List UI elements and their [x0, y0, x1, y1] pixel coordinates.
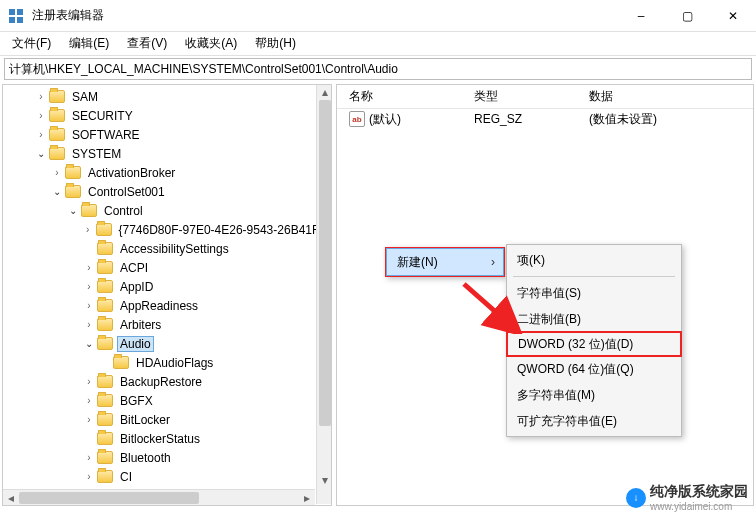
tree-node[interactable]: AppID [3, 277, 331, 296]
folder-icon [97, 451, 113, 464]
chevron-right-icon[interactable] [83, 395, 95, 406]
tree-node-label: {7746D80F-97E0-4E26-9543-26B41FC [116, 222, 331, 238]
column-data[interactable]: 数据 [577, 85, 753, 108]
list-row[interactable]: ab(默认)REG_SZ(数值未设置) [337, 109, 753, 129]
menu-bar: 文件(F) 编辑(E) 查看(V) 收藏夹(A) 帮助(H) [0, 32, 756, 56]
folder-icon [97, 413, 113, 426]
scroll-thumb[interactable] [319, 100, 331, 426]
tree-node-label: ACPI [117, 260, 151, 276]
menu-file[interactable]: 文件(F) [8, 33, 55, 54]
tree-node-label: BitlockerStatus [117, 431, 203, 447]
chevron-down-icon[interactable] [35, 148, 47, 159]
minimize-button[interactable]: – [618, 0, 664, 32]
close-button[interactable]: ✕ [710, 0, 756, 32]
tree-node[interactable]: ACPI [3, 258, 331, 277]
chevron-right-icon[interactable] [35, 129, 47, 140]
tree-node[interactable]: Audio [3, 334, 331, 353]
scroll-up-icon[interactable]: ▴ [317, 84, 332, 100]
chevron-right-icon[interactable] [83, 281, 95, 292]
tree-node[interactable]: ControlSet001 [3, 182, 331, 201]
tree-node[interactable]: SYSTEM [3, 144, 331, 163]
address-bar[interactable]: 计算机\HKEY_LOCAL_MACHINE\SYSTEM\ControlSet… [4, 58, 752, 80]
watermark-icon: ↓ [626, 488, 646, 508]
tree-node-label: SECURITY [69, 108, 136, 124]
folder-icon [97, 432, 113, 445]
folder-icon [65, 185, 81, 198]
chevron-right-icon[interactable] [83, 414, 95, 425]
menu-help[interactable]: 帮助(H) [251, 33, 300, 54]
tree-node[interactable]: BitlockerStatus [3, 429, 331, 448]
chevron-down-icon[interactable] [67, 205, 79, 216]
tree-node[interactable]: Control [3, 201, 331, 220]
context-submenu-item[interactable]: 多字符串值(M) [507, 382, 681, 408]
context-submenu-item[interactable]: 二进制值(B) [507, 306, 681, 332]
scroll-right-icon[interactable]: ▸ [299, 490, 315, 506]
chevron-right-icon[interactable] [83, 452, 95, 463]
tree-node[interactable]: AccessibilitySettings [3, 239, 331, 258]
context-submenu-label: DWORD (32 位)值(D) [518, 336, 633, 353]
menu-separator [513, 276, 675, 277]
tree-horizontal-scrollbar[interactable]: ◂ ▸ [3, 489, 315, 505]
tree-node-label: CI [117, 469, 135, 485]
column-type[interactable]: 类型 [462, 85, 577, 108]
folder-icon [97, 299, 113, 312]
tree-node[interactable]: Bluetooth [3, 448, 331, 467]
context-submenu-item[interactable]: DWORD (32 位)值(D) [506, 331, 682, 357]
menu-view[interactable]: 查看(V) [123, 33, 171, 54]
tree-node[interactable]: SAM [3, 87, 331, 106]
tree-node[interactable]: AppReadiness [3, 296, 331, 315]
watermark-url: www.yidaimei.com [650, 501, 748, 512]
context-menu-new[interactable]: 新建(N) › [386, 248, 504, 276]
tree-node-label: BGFX [117, 393, 156, 409]
context-menu[interactable]: 新建(N) › [385, 247, 505, 277]
chevron-right-icon[interactable] [83, 376, 95, 387]
tree-vertical-scrollbar[interactable]: ▴ ▾ [316, 84, 332, 504]
folder-icon [49, 90, 65, 103]
chevron-down-icon[interactable] [83, 338, 95, 349]
context-submenu-label: QWORD (64 位)值(Q) [517, 361, 634, 378]
chevron-right-icon[interactable] [83, 262, 95, 273]
folder-icon [49, 109, 65, 122]
tree-node[interactable]: Arbiters [3, 315, 331, 334]
tree-node[interactable]: ActivationBroker [3, 163, 331, 182]
context-submenu-new[interactable]: 项(K)字符串值(S)二进制值(B)DWORD (32 位)值(D)QWORD … [506, 244, 682, 437]
context-submenu-label: 二进制值(B) [517, 311, 581, 328]
chevron-down-icon[interactable] [51, 186, 63, 197]
tree-node-label: SOFTWARE [69, 127, 143, 143]
folder-icon [65, 166, 81, 179]
chevron-right-icon[interactable] [35, 110, 47, 121]
tree-node[interactable]: BackupRestore [3, 372, 331, 391]
folder-icon [97, 394, 113, 407]
tree-node[interactable]: HDAudioFlags [3, 353, 331, 372]
tree-node-label: AppID [117, 279, 156, 295]
folder-icon [97, 280, 113, 293]
context-submenu-label: 多字符串值(M) [517, 387, 595, 404]
maximize-button[interactable]: ▢ [664, 0, 710, 32]
chevron-right-icon[interactable] [83, 319, 95, 330]
chevron-right-icon[interactable] [83, 471, 95, 482]
context-submenu-item[interactable]: 字符串值(S) [507, 280, 681, 306]
context-submenu-item[interactable]: 项(K) [507, 247, 681, 273]
tree-node-label: Bluetooth [117, 450, 174, 466]
tree-node[interactable]: CI [3, 467, 331, 486]
tree-node[interactable]: BGFX [3, 391, 331, 410]
chevron-right-icon[interactable] [35, 91, 47, 102]
scroll-thumb-h[interactable] [19, 492, 199, 504]
chevron-right-icon[interactable] [51, 167, 63, 178]
window-title: 注册表编辑器 [32, 7, 618, 24]
menu-favorites[interactable]: 收藏夹(A) [181, 33, 241, 54]
scroll-down-icon[interactable]: ▾ [317, 472, 332, 488]
context-submenu-item[interactable]: 可扩充字符串值(E) [507, 408, 681, 434]
menu-edit[interactable]: 编辑(E) [65, 33, 113, 54]
tree-node[interactable]: BitLocker [3, 410, 331, 429]
context-submenu-item[interactable]: QWORD (64 位)值(Q) [507, 356, 681, 382]
tree-node[interactable]: SECURITY [3, 106, 331, 125]
chevron-right-icon[interactable] [82, 224, 94, 235]
tree-node[interactable]: {7746D80F-97E0-4E26-9543-26B41FC [3, 220, 331, 239]
list-header: 名称 类型 数据 [337, 85, 753, 109]
scroll-left-icon[interactable]: ◂ [3, 490, 19, 506]
chevron-right-icon[interactable] [83, 300, 95, 311]
column-name[interactable]: 名称 [337, 85, 462, 108]
folder-icon [97, 337, 113, 350]
tree-node[interactable]: SOFTWARE [3, 125, 331, 144]
